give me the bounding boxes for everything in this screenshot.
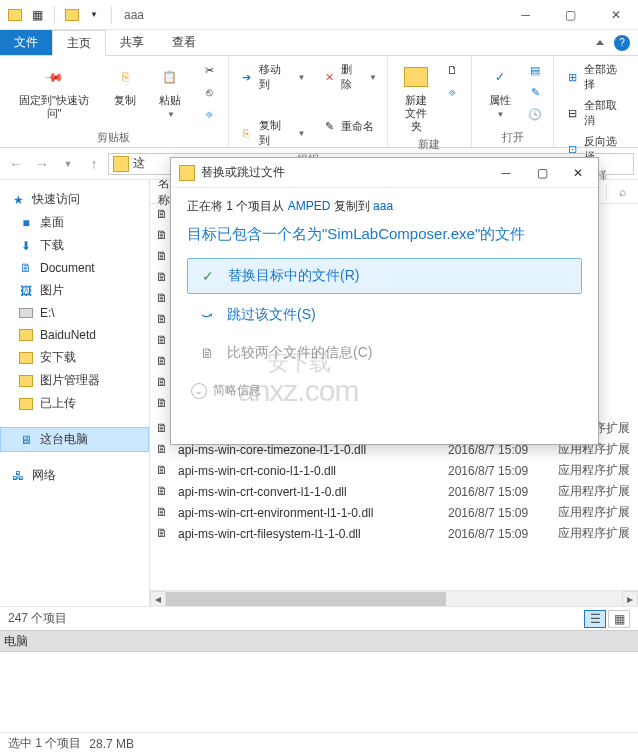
network-icon: 🖧 xyxy=(10,468,26,484)
clipboard-label: 剪贴板 xyxy=(6,128,222,145)
sidebar-item-picmgr[interactable]: 图片管理器 xyxy=(0,369,149,392)
qat-properties-icon[interactable]: ▦ xyxy=(28,6,46,24)
scroll-right-icon[interactable]: ▸ xyxy=(622,591,638,606)
qat-new-folder-icon[interactable] xyxy=(63,6,81,24)
file-row[interactable]: 🗎api-ms-win-crt-conio-l1-1-0.dll2016/8/7… xyxy=(150,460,638,481)
dialog-dest-link[interactable]: aaa xyxy=(373,199,393,213)
tab-share[interactable]: 共享 xyxy=(106,30,158,55)
select-all-button[interactable]: ⊞全部选择 xyxy=(560,60,632,94)
scroll-left-icon[interactable]: ◂ xyxy=(150,591,166,606)
copy-to-button[interactable]: ⎘复制到▼ xyxy=(235,116,310,150)
sidebar-item-desktop[interactable]: ■桌面 xyxy=(0,211,149,234)
ribbon-group-new: 新建 文件夹 🗋 ⎆ 新建 xyxy=(388,56,472,147)
history-button[interactable]: 🕓 xyxy=(523,104,547,124)
forward-button[interactable]: → xyxy=(30,152,54,176)
dialog-source-link[interactable]: AMPED xyxy=(288,199,331,213)
select-none-button[interactable]: ⊟全部取消 xyxy=(560,96,632,130)
download-icon: ⬇ xyxy=(18,238,34,254)
sidebar-network[interactable]: 🖧网络 xyxy=(0,464,149,487)
horizontal-scrollbar[interactable]: ◂ ▸ xyxy=(150,590,638,606)
sidebar-item-baidu[interactable]: BaiduNetd xyxy=(0,324,149,346)
file-name: api-ms-win-crt-convert-l1-1-0.dll xyxy=(178,485,448,499)
replace-skip-dialog: 替换或跳过文件 ─ ▢ ✕ 正在将 1 个项目从 AMPED 复制到 aaa 目… xyxy=(170,157,599,445)
section-header: 电脑 xyxy=(0,630,638,652)
up-button[interactable]: ↑ xyxy=(82,152,106,176)
search-icon[interactable]: ⌕ xyxy=(606,185,638,199)
dialog-close-button[interactable]: ✕ xyxy=(566,166,590,180)
cut-button[interactable]: ✂ xyxy=(198,60,222,80)
status-bar-secondary: 选中 1 个项目 28.7 MB xyxy=(0,732,638,754)
file-type: 应用程序扩展 xyxy=(558,462,630,479)
dialog-minimize-button[interactable]: ─ xyxy=(494,166,518,180)
dialog-titlebar: 替换或跳过文件 ─ ▢ ✕ xyxy=(171,158,598,188)
sidebar-item-pictures[interactable]: 🖼图片 xyxy=(0,279,149,302)
dialog-title: 替换或跳过文件 xyxy=(201,164,285,181)
skip-option[interactable]: ⤻ 跳过该文件(S) xyxy=(187,298,582,332)
tab-home[interactable]: 主页 xyxy=(52,30,106,56)
edit-button[interactable]: ✎ xyxy=(523,82,547,102)
properties-button[interactable]: ✓ 属性▼ xyxy=(478,60,522,123)
title-bar: ▦ ▼ aaa ─ ▢ ✕ xyxy=(0,0,638,30)
file-row[interactable]: 🗎api-ms-win-crt-filesystem-l1-1-0.dll201… xyxy=(150,523,638,544)
file-date: 2016/8/7 15:09 xyxy=(448,485,558,499)
sidebar-item-downloads[interactable]: ⬇下载 xyxy=(0,234,149,257)
ribbon: 📌 固定到"快速访问" ⎘ 复制 📋 粘贴▼ ✂ ⎋ ⎆ 剪贴板 ➔移动到▼ xyxy=(0,56,638,148)
select-none-icon: ⊟ xyxy=(564,105,580,121)
select-all-icon: ⊞ xyxy=(564,69,580,85)
scroll-thumb[interactable] xyxy=(166,592,446,606)
window-title: aaa xyxy=(124,8,144,22)
pin-button[interactable]: 📌 固定到"快速访问" xyxy=(6,60,102,122)
move-icon: ➔ xyxy=(239,69,255,85)
move-to-button[interactable]: ➔移动到▼ xyxy=(235,60,310,94)
back-button[interactable]: ← xyxy=(4,152,28,176)
file-row[interactable]: 🗎api-ms-win-crt-environment-l1-1-0.dll20… xyxy=(150,502,638,523)
status-bar: 247 个项目 ☰ ▦ xyxy=(0,606,638,630)
replace-option[interactable]: ✓ 替换目标中的文件(R) xyxy=(187,258,582,294)
details-view-button[interactable]: ☰ xyxy=(584,610,606,628)
close-button[interactable]: ✕ xyxy=(593,1,638,29)
tab-file[interactable]: 文件 xyxy=(0,30,52,55)
file-row[interactable]: 🗎api-ms-win-crt-convert-l1-1-0.dll2016/8… xyxy=(150,481,638,502)
sidebar-item-anxz[interactable]: 安下载 xyxy=(0,346,149,369)
compare-option[interactable]: 🗎 比较两个文件的信息(C) xyxy=(187,336,582,370)
compare-icon: 🗎 xyxy=(197,345,217,361)
paste-shortcut-button[interactable]: ⎆ xyxy=(198,104,222,124)
sidebar-this-pc[interactable]: 🖥这台电脑 xyxy=(0,427,149,452)
new-item-button[interactable]: 🗋 xyxy=(441,60,465,80)
ribbon-group-clipboard: 📌 固定到"快速访问" ⎘ 复制 📋 粘贴▼ ✂ ⎋ ⎆ 剪贴板 xyxy=(0,56,229,147)
maximize-button[interactable]: ▢ xyxy=(548,1,593,29)
rename-button[interactable]: ✎重命名 xyxy=(317,116,381,136)
open-button[interactable]: ▤ xyxy=(523,60,547,80)
help-icon[interactable]: ? xyxy=(614,35,630,51)
item-count: 247 个项目 xyxy=(8,610,67,627)
copy-button[interactable]: ⎘ 复制 xyxy=(104,60,146,109)
pc-icon: 🖥 xyxy=(18,432,34,448)
dialog-maximize-button[interactable]: ▢ xyxy=(530,166,554,180)
minimize-button[interactable]: ─ xyxy=(503,1,548,29)
folder-icon xyxy=(18,396,34,412)
folder-icon xyxy=(18,327,34,343)
delete-button[interactable]: ✕删除▼ xyxy=(317,60,381,94)
sidebar-item-documents[interactable]: 🗎Document xyxy=(0,257,149,279)
dll-icon: 🗎 xyxy=(156,526,172,542)
folder-icon xyxy=(113,156,129,172)
collapse-ribbon-icon[interactable] xyxy=(596,40,604,45)
dll-icon: 🗎 xyxy=(156,505,172,521)
dll-icon: 🗎 xyxy=(156,463,172,479)
easy-access-button[interactable]: ⎆ xyxy=(441,82,465,102)
icons-view-button[interactable]: ▦ xyxy=(608,610,630,628)
file-date: 2016/8/7 15:09 xyxy=(448,506,558,520)
detail-toggle[interactable]: ⌄ 简略信息 xyxy=(187,382,582,399)
sidebar-item-uploaded[interactable]: 已上传 xyxy=(0,392,149,415)
paste-icon: 📋 xyxy=(155,62,185,92)
copy-path-button[interactable]: ⎋ xyxy=(198,82,222,102)
recent-dropdown[interactable]: ▼ xyxy=(56,152,80,176)
paste-button[interactable]: 📋 粘贴▼ xyxy=(148,60,192,123)
new-folder-button[interactable]: 新建 文件夹 xyxy=(394,60,439,135)
qat-dropdown-icon[interactable]: ▼ xyxy=(85,6,103,24)
folder-icon xyxy=(18,350,34,366)
tab-view[interactable]: 查看 xyxy=(158,30,210,55)
sidebar-item-drive-e[interactable]: E:\ xyxy=(0,302,149,324)
sidebar-quick-access[interactable]: ★快速访问 xyxy=(0,188,149,211)
skip-icon: ⤻ xyxy=(197,307,217,323)
